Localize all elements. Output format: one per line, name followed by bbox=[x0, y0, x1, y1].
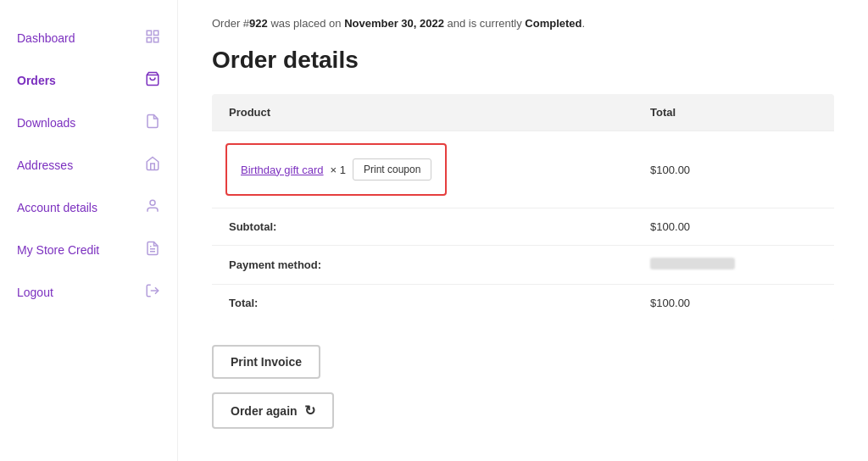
payment-label: Payment method: bbox=[212, 246, 616, 285]
dashboard-icon bbox=[145, 29, 160, 47]
sidebar-item-downloads[interactable]: Downloads bbox=[0, 102, 177, 144]
sidebar-label-account-details: Account details bbox=[17, 201, 97, 214]
subtotal-value: $100.00 bbox=[616, 208, 834, 246]
svg-rect-2 bbox=[147, 38, 151, 42]
col-header-product: Product bbox=[212, 94, 616, 131]
order-table: Product Total Birthday gift card × 1 Pri… bbox=[212, 94, 834, 321]
refresh-icon: ↻ bbox=[304, 403, 315, 419]
sidebar-item-logout[interactable]: Logout bbox=[0, 271, 177, 314]
order-number: 922 bbox=[249, 17, 268, 30]
sidebar-item-orders[interactable]: Orders bbox=[0, 59, 177, 102]
svg-rect-0 bbox=[147, 31, 151, 35]
orders-icon bbox=[145, 71, 160, 90]
downloads-icon bbox=[145, 114, 160, 132]
product-total: $100.00 bbox=[616, 131, 834, 208]
product-cell: Birthday gift card × 1 Print coupon bbox=[212, 131, 616, 208]
page-title: Order details bbox=[212, 47, 834, 74]
sidebar-item-my-store-credit[interactable]: My Store Credit bbox=[0, 229, 177, 271]
sidebar-label-downloads: Downloads bbox=[17, 116, 75, 130]
payment-method-blurred bbox=[650, 258, 735, 269]
table-row-product: Birthday gift card × 1 Print coupon $100… bbox=[212, 131, 834, 208]
sidebar-label-addresses: Addresses bbox=[17, 158, 73, 172]
table-row-payment: Payment method: bbox=[212, 246, 834, 285]
order-again-button[interactable]: Order again ↻ bbox=[212, 392, 334, 429]
print-invoice-button[interactable]: Print Invoice bbox=[212, 345, 320, 379]
logout-icon bbox=[145, 283, 160, 302]
main-content: Order #922 was placed on November 30, 20… bbox=[178, 0, 868, 461]
sidebar-item-addresses[interactable]: Addresses bbox=[0, 144, 177, 186]
sidebar-label-orders: Orders bbox=[17, 74, 56, 87]
product-quantity: × 1 bbox=[331, 164, 346, 176]
subtotal-label: Subtotal: bbox=[212, 208, 616, 246]
sidebar-item-account-details[interactable]: Account details bbox=[0, 186, 177, 229]
product-with-coupon: Birthday gift card × 1 Print coupon bbox=[225, 143, 447, 196]
product-link[interactable]: Birthday gift card bbox=[241, 164, 324, 176]
table-row-subtotal: Subtotal: $100.00 bbox=[212, 208, 834, 246]
payment-value bbox=[616, 246, 834, 285]
sidebar-label-my-store-credit: My Store Credit bbox=[17, 243, 99, 257]
col-header-total: Total bbox=[616, 94, 834, 131]
print-coupon-button[interactable]: Print coupon bbox=[353, 158, 431, 181]
action-buttons: Print Invoice Order again ↻ bbox=[212, 345, 834, 429]
svg-rect-1 bbox=[154, 31, 159, 35]
addresses-icon bbox=[145, 156, 160, 175]
sidebar-label-logout: Logout bbox=[17, 286, 53, 299]
order-notice: Order #922 was placed on November 30, 20… bbox=[212, 17, 834, 30]
total-value: $100.00 bbox=[616, 285, 834, 322]
table-row-total: Total: $100.00 bbox=[212, 285, 834, 322]
svg-rect-3 bbox=[154, 38, 159, 42]
order-status: Completed bbox=[525, 17, 581, 30]
svg-point-5 bbox=[150, 200, 155, 205]
total-label: Total: bbox=[212, 285, 616, 322]
order-date: November 30, 2022 bbox=[344, 17, 444, 30]
account-details-icon bbox=[145, 198, 160, 217]
store-credit-icon bbox=[145, 241, 160, 259]
sidebar-label-dashboard: Dashboard bbox=[17, 31, 75, 45]
sidebar: Dashboard Orders Downloads Addresses Acc bbox=[0, 0, 178, 461]
order-again-label: Order again bbox=[231, 404, 298, 418]
table-header-row: Product Total bbox=[212, 94, 834, 131]
sidebar-item-dashboard[interactable]: Dashboard bbox=[0, 17, 177, 59]
